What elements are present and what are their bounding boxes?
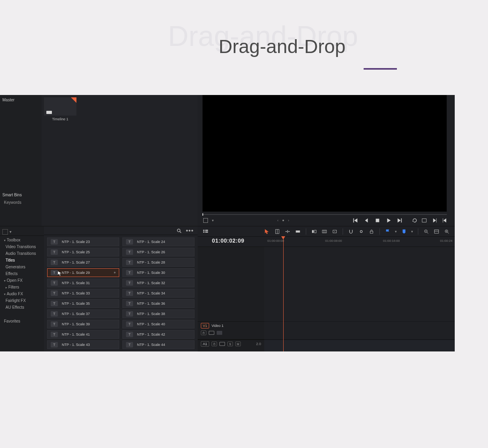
timeline-ruler[interactable]: 01:00:02:09 01:00:00:00 01:00:08:00 01:0…: [198, 237, 455, 247]
track-lane-v1[interactable]: [264, 321, 455, 340]
svg-rect-0: [376, 219, 379, 222]
step-next-icon[interactable]: [432, 218, 437, 223]
step-back-icon[interactable]: [364, 218, 369, 223]
viewer-canvas[interactable]: [202, 95, 447, 212]
title-item[interactable]: TNTP - 1. Scale 31: [47, 279, 119, 287]
toolbox-audiofx-fairlight[interactable]: Fairlight FX: [0, 297, 44, 304]
clip-thumb-timeline-1[interactable]: [44, 97, 76, 116]
title-item[interactable]: TNTP - 1. Scale 23: [47, 237, 119, 246]
timeline-options-icon[interactable]: [433, 228, 440, 235]
title-item[interactable]: TNTP - 1. Scale 26: [122, 248, 194, 256]
title-item[interactable]: TNTP - 1. Scale 24: [122, 237, 194, 246]
app-window: Master Smart Bins Keywords Timeline 1: [0, 95, 455, 351]
timeline-lock-icon[interactable]: [368, 228, 375, 235]
title-item[interactable]: TNTP - 1. Scale 27: [47, 258, 119, 267]
title-item[interactable]: TNTP - 1. Scale 43: [47, 340, 119, 349]
step-prev-icon[interactable]: [442, 218, 448, 223]
play-icon[interactable]: [386, 218, 391, 223]
title-item[interactable]: TNTP - 1. Scale 37: [47, 309, 119, 318]
svg-rect-19: [214, 344, 215, 345]
timeline-flag-icon[interactable]: [385, 228, 391, 235]
media-pool-clips[interactable]: Timeline 1: [42, 95, 198, 226]
track-badge-v1[interactable]: V1: [201, 323, 209, 328]
timeline-selection-tool-icon[interactable]: [264, 228, 270, 235]
title-item[interactable]: TNTP - 1. Scale 41: [47, 330, 119, 339]
clip-label-timeline-1: Timeline 1: [44, 117, 76, 121]
title-type-icon: T: [51, 290, 58, 296]
title-item[interactable]: TNTP - 1. Scale 39: [47, 320, 119, 328]
title-item-selected[interactable]: T NTP - 1. Scale 29 ✶: [47, 268, 119, 277]
timeline-blade-tool-icon[interactable]: [274, 228, 280, 235]
timeline-zoom-in-icon[interactable]: [444, 228, 450, 235]
track-badge-a1[interactable]: A1: [201, 341, 209, 347]
title-item[interactable]: TNTP - 1. Scale 30: [122, 268, 194, 277]
toolbox-header[interactable]: ▾Toolbox: [0, 237, 44, 243]
toolbox-effects[interactable]: Effects: [0, 270, 44, 277]
timeline-replace-tool-icon[interactable]: [311, 228, 317, 235]
toolbox-audiofx-header[interactable]: ▾Audio FX: [0, 290, 44, 297]
stop-icon[interactable]: [375, 218, 380, 223]
smart-bin-keywords[interactable]: Keywords: [0, 199, 42, 206]
title-item[interactable]: TNTP - 1. Scale 38: [122, 309, 194, 318]
title-item[interactable]: TNTP - 1. Scale 34: [122, 289, 194, 298]
effects-view-chevron-icon[interactable]: ▾: [10, 230, 11, 234]
viewer-crop-tool-icon[interactable]: [203, 218, 208, 223]
title-item[interactable]: TNTP - 1. Scale 28: [122, 258, 194, 267]
timeline-playhead[interactable]: [283, 237, 284, 351]
timeline-overwrite-tool-icon[interactable]: [295, 228, 301, 235]
toolbox-openfx-header[interactable]: ▾Open FX: [0, 277, 44, 284]
timeline-marker-chevron-icon[interactable]: ▾: [411, 230, 413, 233]
viewer-crop-menu-chevron-icon[interactable]: ▾: [212, 218, 214, 222]
track-thumb-toggle-icon[interactable]: [217, 331, 222, 335]
title-item[interactable]: TNTP - 1. Scale 35: [47, 299, 119, 308]
title-item[interactable]: TNTP - 1. Scale 42: [122, 330, 194, 339]
timeline-ripple-tool-icon[interactable]: [332, 228, 338, 235]
track-header-a1[interactable]: A1 S M 2.0: [198, 340, 264, 351]
toolbox-generators[interactable]: Generators: [0, 264, 44, 270]
track-mute-button[interactable]: M: [235, 342, 241, 346]
effects-view-toggle-icon[interactable]: [2, 229, 8, 235]
match-frame-icon[interactable]: [421, 218, 427, 223]
toolbox-video-transitions[interactable]: Video Transitions: [0, 243, 44, 250]
title-item[interactable]: TNTP - 1. Scale 44: [122, 340, 194, 349]
title-item[interactable]: TNTP - 1. Scale 32: [122, 279, 194, 287]
jump-start-icon[interactable]: [353, 218, 358, 223]
title-item[interactable]: TNTP - 1. Scale 40: [122, 320, 194, 328]
titles-search-icon[interactable]: [176, 228, 182, 233]
viewer-scrub-bar[interactable]: [202, 214, 447, 215]
timeline-insert-tool-icon[interactable]: [284, 228, 291, 235]
title-type-icon: T: [51, 239, 58, 245]
track-auto-select-icon[interactable]: [219, 342, 225, 346]
title-item[interactable]: TNTP - 1. Scale 36: [122, 299, 194, 308]
title-item[interactable]: TNTP - 1. Scale 33: [47, 289, 119, 298]
timeline-snapping-icon[interactable]: [348, 228, 354, 235]
toolbox-titles[interactable]: Titles: [0, 257, 44, 264]
timeline-fit-to-fill-tool-icon[interactable]: [321, 228, 328, 235]
track-auto-select-icon[interactable]: [209, 331, 214, 335]
track-header-v1[interactable]: V1 Video 1: [198, 321, 264, 340]
timeline-flag-chevron-icon[interactable]: ▾: [395, 230, 397, 233]
title-item[interactable]: TNTP - 1. Scale 25: [47, 248, 119, 256]
viewer-next-marker-icon[interactable]: ›: [288, 218, 289, 222]
viewer-marker-dot-icon[interactable]: [282, 220, 284, 221]
loop-icon[interactable]: [412, 218, 417, 223]
track-solo-button[interactable]: S: [227, 342, 233, 346]
toolbox-favorites[interactable]: Favorites: [0, 318, 44, 325]
bin-master-label[interactable]: Master: [0, 97, 42, 103]
timeline-link-icon[interactable]: [358, 228, 364, 235]
toolbox-openfx-filters[interactable]: ▸Filters: [0, 284, 44, 290]
bins-column: Master Smart Bins Keywords: [0, 95, 42, 226]
timeline-view-options-icon[interactable]: [202, 228, 209, 235]
toolbox-audiofx-au[interactable]: AU Effects: [0, 304, 44, 311]
track-lanes[interactable]: [264, 247, 455, 351]
scrub-playhead[interactable]: [202, 213, 203, 216]
viewer-prev-marker-icon[interactable]: ‹: [277, 218, 278, 222]
track-lock-icon[interactable]: [201, 330, 206, 335]
track-lane-a1[interactable]: [264, 340, 455, 351]
timeline-zoom-out-icon[interactable]: [423, 228, 429, 235]
jump-end-icon[interactable]: [397, 218, 402, 223]
timeline-marker-icon[interactable]: [401, 228, 407, 235]
titles-options-icon[interactable]: •••: [186, 227, 194, 234]
track-lock-icon[interactable]: [212, 342, 217, 346]
toolbox-audio-transitions[interactable]: Audio Transitions: [0, 250, 44, 257]
